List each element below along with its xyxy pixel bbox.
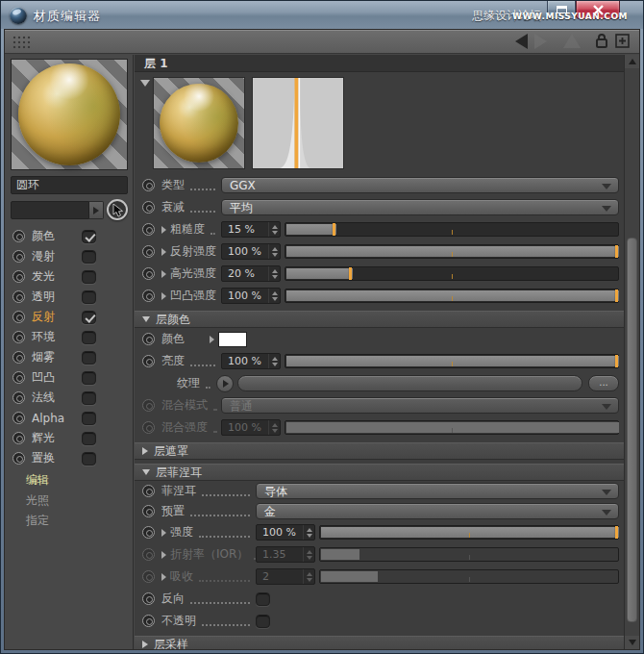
radio-icon[interactable] (142, 201, 155, 214)
expand-arrow-icon[interactable] (210, 336, 214, 343)
channel-checkbox[interactable] (82, 290, 96, 304)
texture-browse-button[interactable]: ... (588, 375, 619, 391)
fresnel-dropdown[interactable]: 导体 (256, 483, 619, 499)
shader-input[interactable] (11, 201, 89, 219)
page-editor[interactable]: 编辑 (5, 470, 133, 490)
expand-arrow-icon[interactable] (161, 270, 166, 278)
distribution-curve-thumbnail[interactable] (252, 77, 344, 169)
channel-row-glow[interactable]: 辉光 (5, 428, 133, 448)
radio-icon[interactable] (142, 267, 155, 280)
vertical-scrollbar[interactable] (624, 55, 639, 649)
spinner-arrows-icon[interactable] (303, 525, 314, 540)
pick-material-button[interactable] (107, 199, 128, 220)
scroll-down-icon[interactable] (625, 636, 639, 649)
drag-grip-icon[interactable] (12, 36, 32, 49)
spinner-arrows-icon[interactable] (268, 354, 280, 368)
type-dropdown[interactable]: GGX (221, 177, 619, 193)
history-forward-icon[interactable] (534, 34, 547, 49)
channel-checkbox[interactable] (82, 351, 96, 365)
channel-checkbox[interactable] (82, 412, 96, 425)
channel-checkbox[interactable] (82, 331, 96, 344)
color-swatch[interactable] (218, 332, 247, 347)
channel-checkbox[interactable] (82, 432, 96, 445)
expand-arrow-icon[interactable] (161, 248, 166, 256)
inverted-checkbox[interactable] (256, 592, 270, 606)
channel-row-luminance[interactable]: 发光 (5, 266, 133, 287)
page-illumination[interactable]: 光照 (5, 490, 133, 511)
expand-arrow-icon[interactable] (161, 529, 166, 537)
layer-header[interactable]: 层 1 (135, 55, 624, 72)
spinner-arrows-icon[interactable] (268, 266, 280, 281)
radio-icon[interactable] (142, 355, 155, 367)
section-header-layer-color[interactable]: 层颜色 (135, 311, 624, 328)
channel-row-normal[interactable]: 法线 (5, 388, 133, 408)
go-up-icon[interactable] (563, 34, 581, 48)
channel-checkbox-checked[interactable] (82, 230, 96, 243)
shader-popup-arrow-icon[interactable] (89, 201, 104, 219)
history-back-icon[interactable] (515, 34, 528, 49)
channel-row-environment[interactable]: 环境 (5, 327, 133, 347)
specular-strength-spinner[interactable]: 20 % (221, 265, 281, 282)
slider-handle[interactable] (615, 526, 618, 539)
attenuation-dropdown[interactable]: 平均 (221, 199, 619, 215)
texture-popup-button[interactable] (216, 375, 234, 392)
channel-checkbox[interactable] (82, 391, 96, 405)
bump-strength-spinner[interactable]: 100 % (221, 288, 281, 304)
roughness-spinner[interactable]: 15 % (221, 221, 281, 238)
title-bar[interactable]: 材质编辑器 思缘设计论坛 WWW.MISSYUAN.COM (1, 1, 643, 29)
roughness-slider[interactable] (285, 222, 619, 237)
spinner-arrows-icon[interactable] (268, 222, 280, 237)
radio-icon[interactable] (142, 179, 155, 191)
radio-icon[interactable] (142, 223, 155, 236)
bump-strength-slider[interactable] (285, 289, 619, 303)
spinner-arrows-icon[interactable] (268, 244, 280, 259)
texture-path-field[interactable] (237, 375, 582, 391)
channel-row-alpha[interactable]: Alpha (5, 408, 133, 428)
collapse-arrow-icon[interactable] (140, 80, 150, 87)
channel-checkbox[interactable] (82, 270, 96, 284)
slider-handle[interactable] (615, 289, 618, 302)
section-header-layer-mask[interactable]: 层遮罩 (135, 442, 624, 460)
reflection-strength-spinner[interactable]: 100 % (221, 243, 281, 260)
channel-checkbox[interactable] (82, 452, 96, 465)
scroll-up-icon[interactable] (625, 55, 639, 68)
channel-checkbox[interactable] (82, 250, 96, 264)
radio-icon[interactable] (142, 245, 155, 258)
section-header-layer-fresnel[interactable]: 层菲涅耳 (135, 464, 624, 481)
brightness-slider[interactable] (285, 354, 619, 368)
radio-icon[interactable] (142, 592, 155, 605)
radio-icon[interactable] (142, 526, 155, 539)
expand-arrow-icon[interactable] (161, 292, 166, 300)
spinner-arrows-icon[interactable] (268, 289, 280, 303)
channel-row-displacement[interactable]: 置换 (5, 448, 133, 468)
slider-handle[interactable] (349, 267, 352, 280)
fresnel-strength-spinner[interactable]: 100 % (256, 524, 315, 541)
material-name-input[interactable]: 圆环 (11, 176, 128, 194)
radio-icon[interactable] (142, 505, 155, 517)
radio-icon[interactable] (142, 485, 155, 497)
opaque-checkbox[interactable] (256, 615, 270, 628)
brightness-spinner[interactable]: 100 % (221, 353, 281, 369)
slider-handle[interactable] (615, 245, 618, 258)
specular-strength-slider[interactable] (285, 266, 619, 281)
channel-row-fog[interactable]: 烟雾 (5, 347, 133, 367)
expand-arrow-icon[interactable] (161, 226, 166, 234)
radio-icon[interactable] (142, 333, 155, 345)
preset-dropdown[interactable]: 金 (256, 503, 619, 519)
material-preview[interactable] (11, 59, 128, 170)
slider-handle[interactable] (333, 223, 335, 236)
channel-row-bump[interactable]: 凹凸 (5, 367, 133, 388)
channel-checkbox-checked[interactable] (82, 311, 96, 324)
section-header-layer-sampling[interactable]: 层采样 (135, 636, 624, 649)
layer-sphere-thumbnail[interactable] (153, 77, 245, 169)
reflection-strength-slider[interactable] (285, 244, 619, 259)
channel-row-reflectance[interactable]: 反射 (5, 307, 133, 327)
lock-icon[interactable] (595, 33, 608, 49)
channel-checkbox[interactable] (82, 371, 96, 385)
new-panel-plus-icon[interactable] (615, 34, 630, 48)
channel-row-diffusion[interactable]: 漫射 (5, 246, 133, 266)
radio-icon[interactable] (142, 289, 155, 302)
channel-row-color[interactable]: 颜色 (5, 226, 133, 246)
channel-row-transparency[interactable]: 透明 (5, 287, 133, 307)
fresnel-strength-slider[interactable] (319, 525, 619, 540)
